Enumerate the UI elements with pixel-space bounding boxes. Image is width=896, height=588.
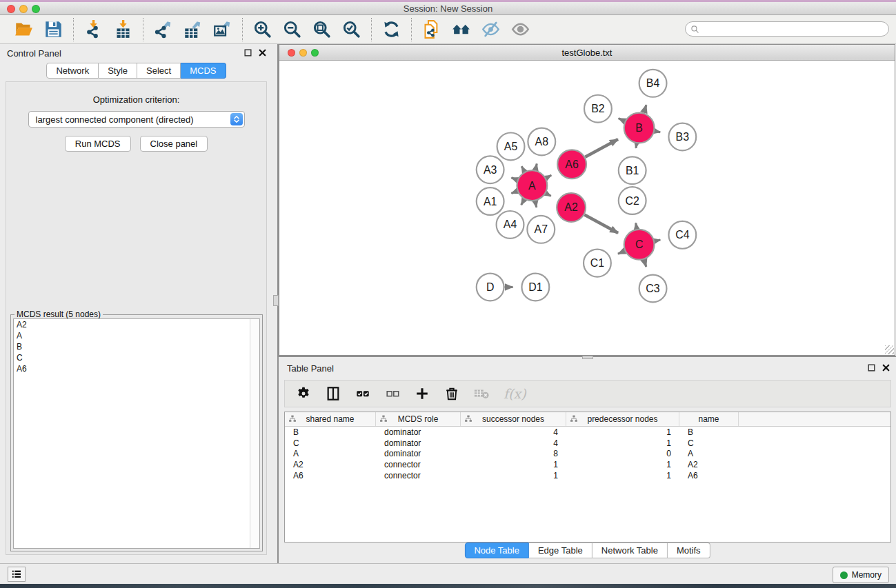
table-cell[interactable]: dominator (376, 438, 461, 448)
node-C2[interactable]: C2 (619, 187, 646, 214)
network-canvas[interactable]: AA1A2A3A4A5A6A7A8BB1B2B3B4CC1C2C3C4DD1 (279, 61, 895, 355)
close-panel-icon[interactable] (258, 48, 267, 57)
edge-B-B1[interactable] (636, 143, 637, 148)
node-B4[interactable]: B4 (639, 70, 667, 97)
close-panel-button[interactable]: Close panel (140, 136, 208, 152)
edge-C-C3[interactable] (644, 260, 646, 267)
table-cell[interactable]: 1 (461, 460, 566, 469)
node-A5[interactable]: A5 (497, 133, 525, 161)
table-cell[interactable]: 1 (566, 438, 679, 448)
edge-B-B3[interactable] (655, 131, 660, 132)
edge-A-A4[interactable] (521, 199, 524, 205)
import-network-icon[interactable] (84, 20, 103, 39)
document-network-icon[interactable] (422, 20, 441, 39)
node-A7[interactable]: A7 (527, 216, 555, 243)
table-cell[interactable]: A (679, 449, 739, 458)
mcds-result-item[interactable]: A2 (14, 319, 259, 330)
table-cell[interactable]: B (285, 427, 376, 437)
edge-A6-B[interactable] (585, 139, 618, 157)
tab-network[interactable]: Network (46, 63, 99, 79)
network-graph[interactable]: AA1A2A3A4A5A6A7A8BB1B2B3B4CC1C2C3C4DD1 (279, 61, 895, 355)
home-icon[interactable] (452, 20, 470, 39)
export-network-icon[interactable] (154, 20, 172, 39)
edge-A-A7[interactable] (535, 201, 537, 207)
column-header-successor-nodes[interactable]: successor nodes (461, 412, 566, 426)
network-window-titlebar[interactable]: testGlobe.txt (279, 45, 895, 61)
table-row[interactable]: Adominator80A (285, 449, 890, 460)
table-cell[interactable]: B (679, 427, 739, 437)
table-cell[interactable]: 1 (566, 460, 679, 469)
resize-grip[interactable] (885, 345, 894, 354)
close-panel-icon[interactable] (882, 363, 890, 372)
table-cell[interactable]: dominator (376, 449, 461, 458)
node-A4[interactable]: A4 (497, 211, 524, 239)
save-session-icon[interactable] (44, 20, 63, 39)
import-table-icon[interactable] (114, 20, 132, 39)
zoom-selected-icon[interactable] (342, 20, 361, 39)
table-cell[interactable]: A2 (285, 460, 376, 469)
table-row[interactable]: A6connector11A6 (285, 470, 890, 481)
edge-A-A8[interactable] (535, 163, 537, 170)
add-column-icon[interactable] (415, 386, 430, 401)
table-row[interactable]: Bdominator41B (285, 427, 890, 438)
table-cell[interactable]: dominator (376, 427, 461, 437)
export-image-icon[interactable] (213, 20, 232, 39)
node-B3[interactable]: B3 (668, 123, 696, 151)
mcds-result-item[interactable]: C (14, 352, 259, 363)
edge-A-A3[interactable] (511, 178, 517, 180)
split-columns-icon[interactable] (326, 386, 341, 401)
delete-column-icon[interactable] (444, 386, 459, 401)
node-B1[interactable]: B1 (619, 156, 646, 184)
open-file-icon[interactable] (14, 20, 33, 39)
memory-button[interactable]: Memory (833, 567, 889, 583)
float-panel-icon[interactable] (243, 48, 252, 57)
hide-columns-unchecked-icon[interactable] (385, 386, 400, 401)
edge-A-A2[interactable] (546, 193, 550, 196)
edge-B-B4[interactable] (644, 105, 646, 112)
zoom-in-icon[interactable] (253, 20, 272, 39)
column-header-MCDS-role[interactable]: MCDS role (376, 412, 461, 426)
node-C[interactable]: C (624, 230, 655, 260)
table-cell[interactable]: C (679, 438, 739, 448)
tab-node-table[interactable]: Node Table (464, 543, 529, 558)
settings-gear-icon[interactable] (296, 386, 311, 401)
node-B[interactable]: B (624, 113, 655, 143)
float-panel-icon[interactable] (867, 363, 876, 372)
tab-network-table[interactable]: Network Table (593, 543, 668, 558)
mcds-result-item[interactable]: A (14, 330, 259, 341)
node-A6[interactable]: A6 (557, 150, 586, 179)
tab-edge-table[interactable]: Edge Table (529, 543, 593, 558)
edge-C-C4[interactable] (655, 240, 660, 241)
table-cell[interactable]: connector (376, 460, 461, 469)
table-cell[interactable]: 8 (461, 449, 566, 458)
table-row[interactable]: A2connector11A2 (285, 459, 890, 470)
table-row[interactable]: Cdominator41C (285, 438, 890, 449)
edge-C-C1[interactable] (618, 251, 625, 254)
table-cell[interactable]: 1 (461, 471, 566, 480)
edge-B-B2[interactable] (619, 119, 625, 121)
node-A2[interactable]: A2 (557, 193, 586, 222)
table-cell[interactable]: A2 (679, 460, 739, 469)
mcds-result-item[interactable]: A6 (14, 363, 259, 374)
table-cell[interactable]: 0 (566, 449, 679, 458)
edge-A-A5[interactable] (521, 166, 524, 172)
export-table-icon[interactable] (183, 20, 202, 39)
table-cell[interactable]: 4 (461, 427, 566, 437)
node-A3[interactable]: A3 (477, 156, 504, 183)
tab-motifs[interactable]: Motifs (668, 543, 710, 558)
table-cell[interactable]: connector (376, 471, 461, 480)
search-field[interactable] (685, 21, 889, 37)
table-cell[interactable]: 1 (566, 427, 679, 437)
node-A8[interactable]: A8 (528, 128, 555, 156)
node-D[interactable]: D (477, 274, 504, 301)
column-header-predecessor-nodes[interactable]: predecessor nodes (566, 412, 679, 426)
column-header-name[interactable]: name (679, 412, 739, 426)
table-cell[interactable]: A6 (679, 471, 739, 480)
node-C4[interactable]: C4 (668, 221, 696, 249)
table-cell[interactable]: 4 (461, 438, 566, 448)
table-cell[interactable]: A (285, 449, 376, 458)
column-header-shared-name[interactable]: shared name (285, 412, 376, 426)
edge-C-C2[interactable] (636, 223, 637, 229)
run-mcds-button[interactable]: Run MCDS (65, 136, 131, 152)
node-A1[interactable]: A1 (477, 187, 504, 215)
